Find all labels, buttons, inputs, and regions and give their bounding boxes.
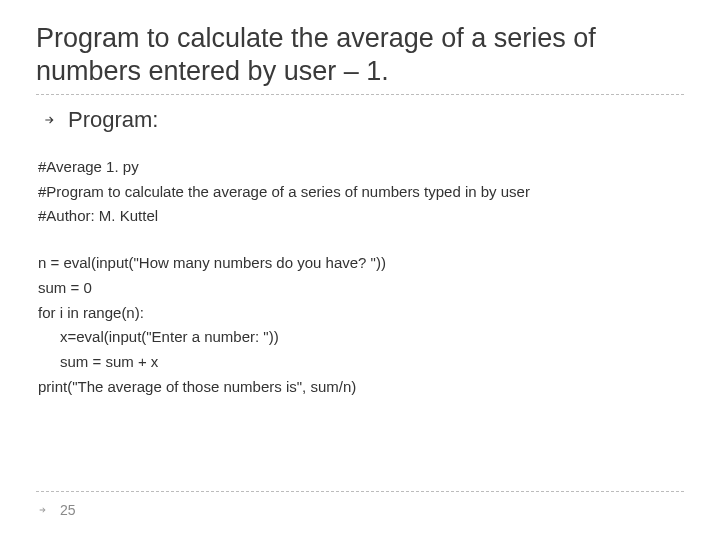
bullet-arrow-icon bbox=[42, 113, 58, 127]
code-line: #Average 1. py bbox=[38, 155, 684, 180]
footer-row: 25 bbox=[36, 502, 684, 518]
code-line: sum = sum + x bbox=[38, 350, 684, 375]
slide: Program to calculate the average of a se… bbox=[0, 0, 720, 540]
page-number: 25 bbox=[60, 502, 76, 518]
code-line: x=eval(input("Enter a number: ")) bbox=[38, 325, 684, 350]
bullet-item: Program: bbox=[42, 107, 684, 133]
slide-title: Program to calculate the average of a se… bbox=[36, 22, 684, 88]
code-line: for i in range(n): bbox=[38, 301, 684, 326]
code-line: sum = 0 bbox=[38, 276, 684, 301]
code-line: print("The average of those numbers is",… bbox=[38, 375, 684, 400]
code-line: n = eval(input("How many numbers do you … bbox=[38, 251, 684, 276]
code-line: #Author: M. Kuttel bbox=[38, 204, 684, 229]
bullet-label: Program: bbox=[68, 107, 158, 133]
code-line: #Program to calculate the average of a s… bbox=[38, 180, 684, 205]
footer-divider bbox=[36, 491, 684, 492]
footer-bullet-icon bbox=[36, 505, 50, 515]
slide-footer: 25 bbox=[36, 491, 684, 518]
title-divider bbox=[36, 94, 684, 95]
code-gap bbox=[38, 229, 684, 251]
code-block: #Average 1. py #Program to calculate the… bbox=[38, 155, 684, 400]
